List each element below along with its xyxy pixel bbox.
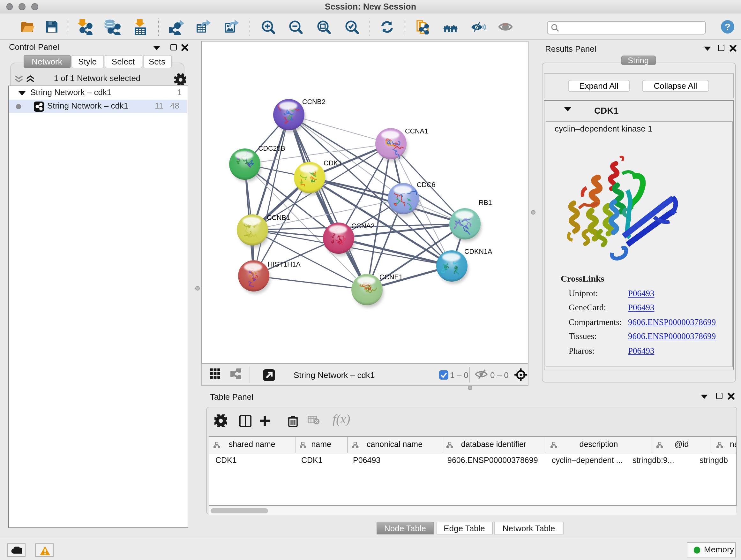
svg-text:CDK1: CDK1 (324, 159, 342, 167)
svg-text:CCNE1: CCNE1 (380, 273, 403, 281)
svg-text:CDKN1A: CDKN1A (464, 247, 492, 255)
svg-text:CCNA2: CCNA2 (351, 222, 375, 230)
svg-text:CDC25B: CDC25B (258, 144, 285, 152)
svg-text:CDC6: CDC6 (417, 181, 435, 188)
svg-text:CCNB2: CCNB2 (302, 98, 326, 105)
svg-text:?: ? (725, 21, 731, 32)
svg-text:HIST1H1A: HIST1H1A (268, 260, 300, 268)
svg-text:CCNA1: CCNA1 (405, 127, 428, 135)
svg-text:RB1: RB1 (479, 199, 492, 206)
svg-text:CCNB1: CCNB1 (267, 213, 290, 221)
